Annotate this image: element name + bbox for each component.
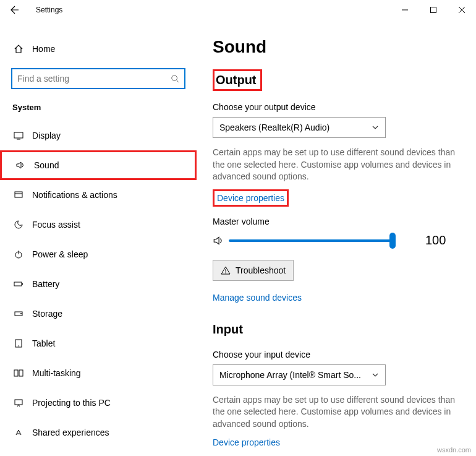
notifications-icon <box>11 190 26 200</box>
titlebar: Settings <box>0 0 476 20</box>
projecting-icon <box>11 398 26 408</box>
svg-rect-17 <box>19 370 23 376</box>
svg-rect-18 <box>15 400 22 405</box>
arrow-left-icon <box>10 5 20 15</box>
close-icon <box>459 7 465 13</box>
svg-line-3 <box>177 80 179 83</box>
sidebar-item-display[interactable]: Display <box>0 121 197 150</box>
output-device-dropdown[interactable]: Speakers (Realtek(R) Audio) <box>213 117 386 138</box>
svg-point-21 <box>225 272 226 273</box>
sidebar-item-label: Storage <box>26 309 62 319</box>
sidebar-item-focus-assist[interactable]: Focus assist <box>0 210 197 239</box>
volume-slider[interactable] <box>229 231 396 250</box>
credit-text: wsxdn.com <box>437 446 471 454</box>
sidebar-item-label: Power & sleep <box>26 249 88 259</box>
volume-slider-row: 100 <box>213 231 470 250</box>
focus-assist-icon <box>11 220 26 230</box>
input-device-value: Microphone Array (Intel® Smart So... <box>219 370 361 380</box>
svg-rect-10 <box>14 282 22 286</box>
sidebar-item-projecting[interactable]: Projecting to this PC <box>0 388 197 418</box>
sidebar-item-label: Shared experiences <box>26 428 109 437</box>
home-icon <box>11 44 26 54</box>
chevron-down-icon <box>372 124 379 131</box>
sidebar: Home System Display Sound Notificat <box>0 20 198 456</box>
svg-rect-1 <box>431 7 436 13</box>
svg-point-15 <box>18 345 19 346</box>
storage-icon <box>11 309 26 319</box>
sidebar-item-label: Display <box>26 131 61 140</box>
svg-point-13 <box>20 313 22 314</box>
sidebar-item-tablet[interactable]: Tablet <box>0 329 197 358</box>
input-heading: Input <box>213 320 247 338</box>
volume-value: 100 <box>425 233 446 247</box>
close-button[interactable] <box>448 0 476 20</box>
maximize-button[interactable] <box>419 0 448 20</box>
home-nav[interactable]: Home <box>0 35 197 63</box>
svg-point-2 <box>172 75 177 81</box>
home-label: Home <box>26 44 55 54</box>
svg-rect-6 <box>15 192 22 197</box>
tablet-icon <box>11 338 26 348</box>
chevron-down-icon <box>372 371 379 379</box>
input-desc: Certain apps may be set up to use differ… <box>213 394 466 431</box>
main-content: Sound Output Choose your output device S… <box>198 20 476 456</box>
input-device-dropdown[interactable]: Microphone Array (Intel® Smart So... <box>213 364 386 385</box>
sidebar-item-label: Multi-tasking <box>26 368 81 378</box>
warning-icon <box>221 265 231 275</box>
maximize-icon <box>430 7 436 13</box>
power-icon <box>11 249 26 259</box>
output-desc: Certain apps may be set up to use differ… <box>213 147 466 183</box>
sidebar-item-power-sleep[interactable]: Power & sleep <box>0 239 197 269</box>
sidebar-item-label: Battery <box>26 279 59 289</box>
output-device-value: Speakers (Realtek(R) Audio) <box>219 123 329 132</box>
slider-fill <box>229 239 396 242</box>
display-icon <box>11 131 26 140</box>
sidebar-item-sound[interactable]: Sound <box>0 150 197 180</box>
svg-rect-4 <box>14 132 23 138</box>
sidebar-item-label: Tablet <box>26 338 55 348</box>
search-input[interactable] <box>17 74 171 84</box>
sidebar-item-label: Sound <box>28 160 59 170</box>
svg-rect-11 <box>22 283 23 285</box>
sound-icon <box>13 160 28 170</box>
output-device-properties-box: Device properties <box>213 189 289 207</box>
window-title: Settings <box>25 6 62 14</box>
output-choose-label: Choose your output device <box>213 102 470 112</box>
slider-thumb[interactable] <box>389 233 396 249</box>
master-volume-label: Master volume <box>213 217 470 226</box>
sidebar-item-storage[interactable]: Storage <box>0 299 197 329</box>
search-icon <box>171 74 179 83</box>
sidebar-item-notifications[interactable]: Notifications & actions <box>0 180 197 210</box>
manage-sound-devices-link[interactable]: Manage sound devices <box>213 293 302 303</box>
troubleshoot-label: Troubleshoot <box>236 265 286 275</box>
sidebar-item-label: Projecting to this PC <box>26 398 111 408</box>
sidebar-item-battery[interactable]: Battery <box>0 269 197 299</box>
back-button[interactable] <box>5 0 25 20</box>
input-device-properties-link[interactable]: Device properties <box>213 437 280 447</box>
search-box[interactable] <box>11 68 185 89</box>
shared-icon <box>11 428 26 437</box>
output-device-properties-link[interactable]: Device properties <box>217 193 284 203</box>
sidebar-item-shared-experiences[interactable]: Shared experiences <box>0 418 197 447</box>
nav-list: Display Sound Notifications & actions Fo… <box>0 121 197 447</box>
page-title: Sound <box>213 37 470 57</box>
category-heading: System <box>0 89 197 121</box>
multitasking-icon <box>11 368 26 378</box>
speaker-icon[interactable] <box>213 235 224 246</box>
svg-rect-16 <box>14 370 18 376</box>
input-choose-label: Choose your input device <box>213 350 470 359</box>
output-heading: Output <box>213 69 262 91</box>
sidebar-item-label: Notifications & actions <box>26 190 117 200</box>
sidebar-item-label: Focus assist <box>26 220 80 230</box>
battery-icon <box>11 279 26 289</box>
troubleshoot-button[interactable]: Troubleshoot <box>213 260 294 281</box>
sidebar-item-multitasking[interactable]: Multi-tasking <box>0 358 197 388</box>
minimize-icon <box>402 7 408 13</box>
minimize-button[interactable] <box>391 0 419 20</box>
